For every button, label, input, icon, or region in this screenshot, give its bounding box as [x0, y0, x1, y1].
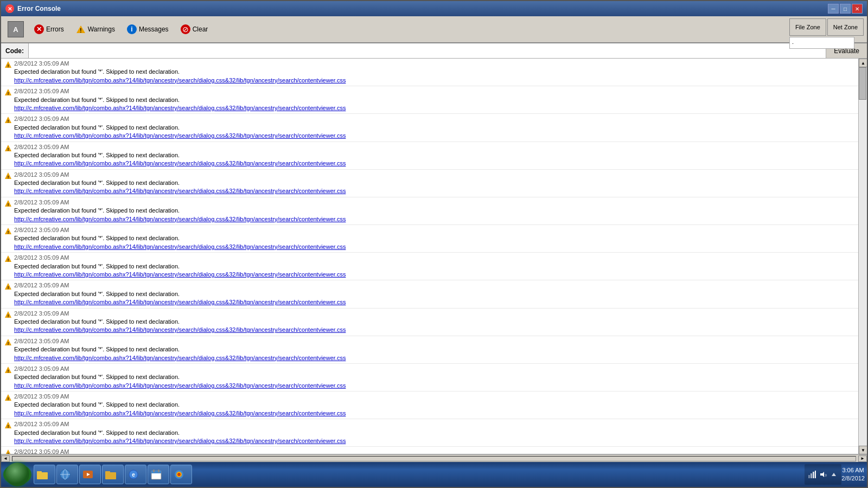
taskbar-item-media[interactable]: [79, 465, 101, 484]
svg-text:e: e: [132, 472, 135, 478]
scroll-right-button[interactable]: ►: [858, 455, 867, 462]
entry-timestamp: 2/8/2012 3:05:09 AM: [14, 60, 855, 68]
entry-message: Expected declaration but found '*'. Skip…: [14, 179, 855, 187]
zone-display: .: [789, 37, 854, 49]
svg-rect-52: [813, 472, 814, 478]
scroll-left-button[interactable]: ◄: [1, 455, 10, 462]
entry-message: Expected declaration but found '*'. Skip…: [14, 96, 855, 104]
taskbar-item-firefox[interactable]: [170, 465, 192, 484]
console-entry: !2/8/2012 3:05:09 AMExpected declaration…: [1, 447, 858, 454]
entry-link[interactable]: http://c.mfcreative.com/lib/tgn/combo.as…: [14, 271, 855, 279]
svg-text:!: !: [8, 313, 9, 318]
code-input[interactable]: [29, 43, 826, 58]
entry-link[interactable]: http://c.mfcreative.com/lib/tgn/combo.as…: [14, 298, 855, 306]
entry-link[interactable]: http://c.mfcreative.com/lib/tgn/combo.as…: [14, 437, 855, 445]
console-entry: !2/8/2012 3:05:09 AMExpected declaration…: [1, 336, 858, 364]
console-entry: !2/8/2012 3:05:09 AMExpected declaration…: [1, 225, 858, 253]
console-entry: !2/8/2012 3:05:09 AMExpected declaration…: [1, 86, 858, 114]
svg-rect-44: [151, 471, 161, 473]
svg-text:!: !: [8, 396, 9, 401]
vertical-scrollbar[interactable]: ▲ ▼: [858, 59, 867, 454]
entry-message: Expected declaration but found '*'. Skip…: [14, 290, 855, 298]
scroll-up-button[interactable]: ▲: [859, 59, 867, 67]
start-button[interactable]: [3, 464, 31, 485]
file-zone-button[interactable]: File Zone: [789, 18, 826, 36]
entry-link[interactable]: http://c.mfcreative.com/lib/tgn/combo.as…: [14, 76, 855, 85]
entry-warning-icon: !: [4, 116, 12, 126]
maximize-button[interactable]: □: [840, 4, 851, 14]
console-entry: !2/8/2012 3:05:09 AMExpected declaration…: [1, 309, 858, 336]
entry-timestamp: 2/8/2012 3:05:09 AM: [14, 87, 855, 95]
taskbar-item-calendar[interactable]: [148, 465, 169, 484]
zone-tabs: File Zone Net Zone: [789, 18, 864, 36]
net-zone-button[interactable]: Net Zone: [827, 18, 864, 36]
horizontal-scrollbar[interactable]: ◄ ►: [1, 454, 867, 462]
entry-link[interactable]: http://c.mfcreative.com/lib/tgn/combo.as…: [14, 215, 855, 223]
h-scroll-track[interactable]: [12, 456, 856, 461]
taskbar-item-globe[interactable]: [56, 465, 78, 484]
svg-text:!: !: [8, 147, 9, 152]
svg-text:)))): )))): [825, 473, 827, 477]
scroll-track[interactable]: [859, 67, 867, 446]
errors-button[interactable]: ✕ Errors: [29, 19, 69, 40]
svg-rect-45: [153, 470, 155, 472]
all-badge: A: [8, 21, 24, 37]
window-icon: ✕: [5, 4, 14, 13]
entry-link[interactable]: http://c.mfcreative.com/lib/tgn/combo.as…: [14, 159, 855, 168]
svg-rect-33: [37, 471, 42, 473]
entry-message: Expected declaration but found '*'. Skip…: [14, 345, 855, 354]
window-title: Error Console: [17, 5, 61, 12]
entry-link[interactable]: http://c.mfcreative.com/lib/tgn/combo.as…: [14, 104, 855, 112]
scroll-thumb[interactable]: [859, 67, 866, 100]
taskbar: e: [1, 462, 867, 487]
entry-message: Expected declaration but found '*'. Skip…: [14, 318, 855, 326]
entry-link[interactable]: http://c.mfcreative.com/lib/tgn/combo.as…: [14, 354, 855, 362]
console-entry: !2/8/2012 3:05:09 AMExpected declaration…: [1, 142, 858, 170]
entry-link[interactable]: http://c.mfcreative.com/lib/tgn/combo.as…: [14, 326, 855, 334]
svg-text:!: !: [8, 369, 9, 374]
tray-arrow-icon[interactable]: [829, 470, 838, 479]
scroll-down-button[interactable]: ▼: [859, 446, 867, 454]
entry-warning-icon: !: [4, 61, 12, 70]
svg-text:!: !: [8, 230, 9, 235]
entry-warning-icon: !: [4, 449, 12, 454]
entry-timestamp: 2/8/2012 3:05:09 AM: [14, 310, 855, 318]
console-entry: !2/8/2012 3:05:09 AMExpected declaration…: [1, 59, 858, 86]
error-icon: ✕: [34, 24, 44, 34]
entry-link[interactable]: http://c.mfcreative.com/lib/tgn/combo.as…: [14, 243, 855, 251]
taskbar-item-ie[interactable]: e: [125, 465, 146, 484]
svg-text:!: !: [8, 341, 9, 346]
minimize-button[interactable]: ─: [828, 4, 839, 14]
close-button[interactable]: ✕: [852, 4, 863, 14]
entry-link[interactable]: http://c.mfcreative.com/lib/tgn/combo.as…: [14, 382, 855, 390]
console-wrapper: !2/8/2012 3:05:09 AMExpected declaration…: [1, 59, 867, 454]
messages-button[interactable]: i Messages: [122, 19, 174, 40]
entry-link[interactable]: http://c.mfcreative.com/lib/tgn/combo.as…: [14, 132, 855, 140]
svg-text:!: !: [8, 91, 9, 96]
tray-volume-icon: )))): [819, 470, 827, 479]
taskbar-items: e: [34, 465, 805, 484]
entry-message: Expected declaration but found '*'. Skip…: [14, 124, 855, 132]
entry-link[interactable]: http://c.mfcreative.com/lib/tgn/combo.as…: [14, 409, 855, 418]
entry-message: Expected declaration but found '*'. Skip…: [14, 373, 855, 381]
svg-text:!: !: [8, 285, 9, 290]
folder-icon: [36, 468, 48, 480]
console-entry: !2/8/2012 3:05:09 AMExpected declaration…: [1, 114, 858, 142]
title-buttons: ─ □ ✕: [828, 4, 863, 14]
svg-rect-53: [815, 471, 816, 478]
taskbar-item-folder[interactable]: [34, 465, 55, 484]
svg-rect-40: [105, 471, 110, 473]
entry-warning-icon: !: [4, 88, 12, 98]
all-button[interactable]: A: [4, 19, 27, 40]
entry-warning-icon: !: [4, 366, 12, 376]
entry-timestamp: 2/8/2012 3:05:09 AM: [14, 226, 855, 234]
console-entry: !2/8/2012 3:05:09 AMExpected declaration…: [1, 419, 858, 447]
entry-link[interactable]: http://c.mfcreative.com/lib/tgn/combo.as…: [14, 187, 855, 195]
clear-button[interactable]: ⊘ Clear: [176, 19, 213, 40]
console-entry: !2/8/2012 3:05:09 AMExpected declaration…: [1, 364, 858, 391]
console-entry: !2/8/2012 3:05:09 AMExpected declaration…: [1, 170, 858, 197]
taskbar-item-folder2[interactable]: [102, 465, 124, 484]
warnings-button[interactable]: ! Warnings: [71, 19, 120, 40]
globe-icon: [59, 468, 71, 480]
console-content[interactable]: !2/8/2012 3:05:09 AMExpected declaration…: [1, 59, 858, 454]
